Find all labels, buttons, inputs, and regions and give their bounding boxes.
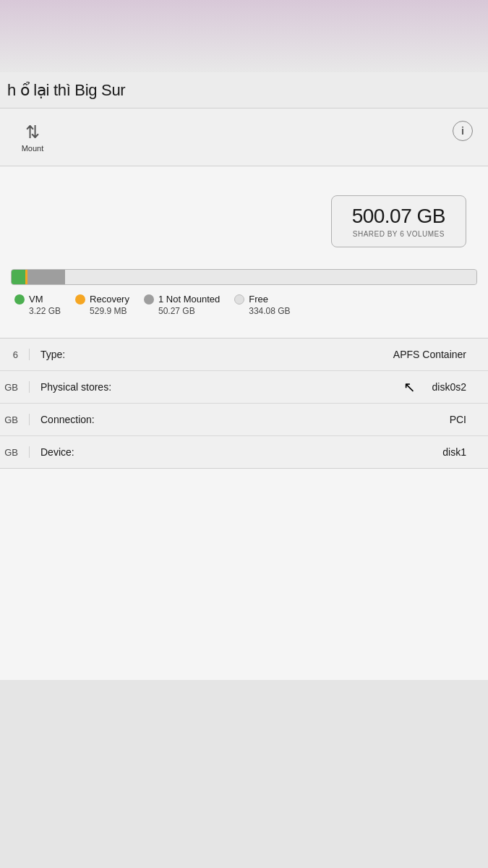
detail-row-connection-value: PCI [450, 414, 477, 425]
legend-notmounted-size: 50.27 GB [144, 306, 195, 316]
disk-size-box: 500.07 GB SHARED BY 6 VOLUMES [331, 195, 466, 247]
disk-size-value: 500.07 GB [352, 205, 445, 228]
legend-dot-recovery [75, 294, 85, 305]
legend-vm-name: VM [29, 294, 43, 305]
partition-notmounted [27, 270, 64, 284]
legend-free: Free 334.08 GB [234, 294, 290, 316]
legend-recovery-size: 529.9 MB [75, 306, 127, 316]
partition-section: VM 3.22 GB Recovery 529.9 MB 1 Not Mount… [11, 269, 477, 316]
detail-row-type-value: APFS Container [393, 349, 477, 360]
legend-dot-free [234, 294, 244, 305]
legend-vm-size: 3.22 GB [14, 306, 61, 316]
legend-dot-vm [14, 294, 25, 305]
mount-icon: ⇅ [25, 122, 40, 142]
detail-row-physicalstores-number: GB [0, 382, 29, 393]
page-title: h ổ lại thì Big Sur [7, 81, 125, 100]
top-glow [0, 0, 488, 72]
detail-row-physicalstores-value: disk0s2 [432, 381, 477, 393]
detail-row-type: 6 Type: APFS Container [0, 339, 488, 371]
detail-row-connection-number: GB [0, 414, 29, 425]
detail-row-device-value: disk1 [442, 446, 477, 458]
detail-row-type-label: Type: [29, 349, 393, 360]
disk-size-area: 500.07 GB SHARED BY 6 VOLUMES [0, 166, 488, 255]
legend-notmounted-name: 1 Not Mounted [158, 294, 220, 305]
detail-row-type-number: 6 [0, 349, 29, 360]
partition-legend: VM 3.22 GB Recovery 529.9 MB 1 Not Mount… [11, 294, 477, 316]
legend-recovery-name: Recovery [90, 294, 129, 305]
legend-dot-notmounted [144, 294, 154, 305]
legend-notmounted: 1 Not Mounted 50.27 GB [144, 294, 220, 316]
detail-row-device-label: Device: [29, 446, 442, 458]
mount-button-label: Mount [22, 144, 44, 153]
partition-vm [12, 270, 25, 284]
bottom-area [0, 680, 488, 868]
partition-bar [11, 269, 477, 285]
detail-row-device-number: GB [0, 447, 29, 458]
cursor-icon: ↖ [403, 378, 416, 396]
details-section: 6 Type: APFS Container GB Physical store… [0, 338, 488, 469]
detail-row-connection: GB Connection: PCI [0, 404, 488, 436]
detail-row-connection-label: Connection: [29, 414, 450, 425]
info-icon: i [453, 121, 473, 141]
mount-button[interactable]: ⇅ Mount [7, 114, 58, 161]
info-button[interactable]: i [445, 112, 481, 159]
title-bar: h ổ lại thì Big Sur [0, 72, 488, 109]
legend-free-size: 334.08 GB [234, 306, 290, 316]
legend-recovery: Recovery 529.9 MB [75, 294, 129, 316]
toolbar: ⇅ Mount [0, 109, 488, 166]
disk-size-subtitle: SHARED BY 6 VOLUMES [352, 230, 445, 238]
partition-free [65, 270, 476, 284]
legend-free-name: Free [249, 294, 268, 305]
detail-row-physicalstores-label: Physical stores: [29, 381, 432, 393]
detail-row-physicalstores: GB Physical stores: ↖ disk0s2 [0, 371, 488, 404]
detail-row-device: GB Device: disk1 [0, 436, 488, 468]
legend-vm: VM 3.22 GB [14, 294, 61, 316]
